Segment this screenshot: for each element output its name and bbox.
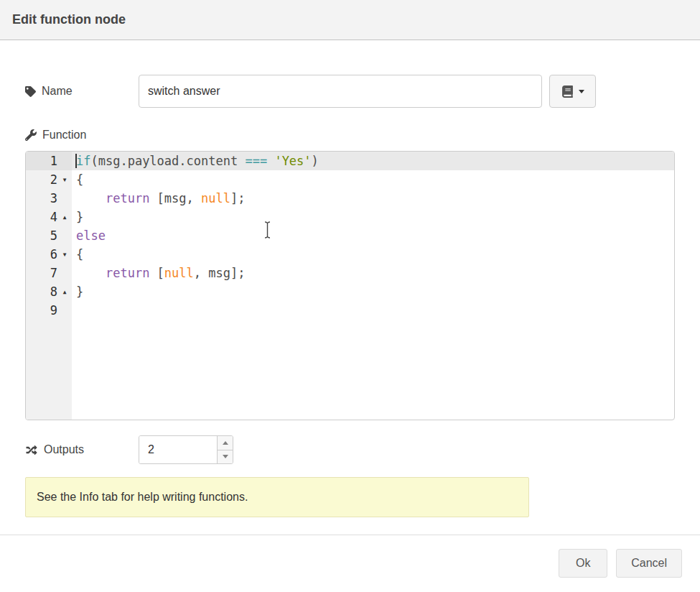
code-editor[interactable]: 12▾34▴56▾78▴9 if(msg.payload.content ===… bbox=[25, 151, 675, 420]
line-number: 2 bbox=[50, 170, 57, 189]
fold-open-icon[interactable]: ▾ bbox=[57, 170, 72, 189]
outputs-field-row: Outputs bbox=[25, 435, 675, 464]
text-caret bbox=[75, 154, 77, 168]
code-line[interactable]: { bbox=[72, 245, 674, 264]
code-line[interactable]: return [null, msg]; bbox=[72, 264, 674, 282]
code-token: else bbox=[76, 228, 106, 243]
code-token: === bbox=[245, 154, 267, 168]
gutter-line: 4▴ bbox=[26, 208, 72, 226]
function-label-row: Function bbox=[25, 128, 675, 142]
name-label-group: Name bbox=[25, 85, 139, 98]
code-token: [msg, bbox=[149, 191, 201, 205]
code-line[interactable]: return [msg, null]; bbox=[72, 189, 674, 208]
outputs-label: Outputs bbox=[44, 443, 84, 456]
cancel-button[interactable]: Cancel bbox=[616, 549, 682, 578]
gutter-line: 1 bbox=[26, 152, 72, 170]
code-token: { bbox=[76, 172, 83, 187]
code-token: { bbox=[76, 247, 83, 262]
code-token: } bbox=[76, 210, 83, 224]
dialog-header: Edit function node bbox=[0, 0, 700, 40]
triangle-up-icon bbox=[223, 441, 228, 445]
code-token: null bbox=[201, 191, 230, 205]
code-token bbox=[76, 191, 106, 205]
gutter-line: 8▴ bbox=[26, 282, 72, 301]
code-token: ]; bbox=[230, 191, 245, 205]
gutter-line: 6▾ bbox=[26, 245, 72, 264]
code-token: return bbox=[106, 191, 149, 205]
line-number: 7 bbox=[50, 264, 57, 282]
fold-close-icon[interactable]: ▴ bbox=[57, 208, 72, 226]
dialog-footer: Ok Cancel bbox=[0, 535, 700, 578]
line-number: 1 bbox=[50, 152, 57, 170]
code-token: ) bbox=[312, 154, 319, 168]
line-number: 9 bbox=[50, 301, 57, 320]
name-input[interactable] bbox=[139, 75, 542, 108]
dialog-title: Edit function node bbox=[12, 12, 126, 27]
fold-open-icon[interactable]: ▾ bbox=[57, 245, 72, 264]
code-token: (msg.payload.content bbox=[90, 154, 245, 168]
editor-gutter: 12▾34▴56▾78▴9 bbox=[26, 152, 72, 420]
code-token: } bbox=[76, 285, 83, 299]
code-line[interactable]: } bbox=[72, 208, 674, 226]
code-token: if bbox=[76, 154, 90, 168]
line-number: 5 bbox=[50, 226, 57, 245]
info-tip: See the Info tab for help writing functi… bbox=[25, 477, 529, 517]
ok-button[interactable]: Ok bbox=[559, 549, 607, 578]
code-token: , msg]; bbox=[194, 266, 246, 280]
name-field-row: Name bbox=[25, 75, 675, 108]
triangle-down-icon bbox=[223, 455, 228, 458]
line-number: 6 bbox=[50, 245, 57, 264]
code-line[interactable]: if(msg.payload.content === 'Yes') bbox=[72, 152, 674, 170]
outputs-label-group: Outputs bbox=[25, 443, 139, 456]
code-line[interactable]: } bbox=[72, 282, 674, 301]
gutter-line: 2▾ bbox=[26, 170, 72, 189]
code-token: 'Yes' bbox=[274, 154, 311, 168]
code-line[interactable]: { bbox=[72, 170, 674, 189]
book-icon bbox=[561, 85, 574, 98]
code-token: return bbox=[106, 266, 149, 280]
gutter-line: 7 bbox=[26, 264, 72, 282]
gutter-line: 9 bbox=[26, 301, 72, 320]
line-number: 4 bbox=[50, 208, 57, 226]
edit-function-node-dialog: Edit function node Name Function bbox=[0, 0, 700, 592]
fold-close-icon[interactable]: ▴ bbox=[57, 282, 72, 301]
wrench-icon bbox=[25, 129, 37, 141]
dialog-body: Name Function 12▾34▴56▾78▴9 if(msg.paylo… bbox=[0, 75, 700, 517]
code-line[interactable]: else bbox=[72, 226, 674, 245]
editor-code-area[interactable]: if(msg.payload.content === 'Yes'){ retur… bbox=[72, 152, 674, 420]
caret-down-icon bbox=[579, 90, 584, 93]
outputs-input[interactable] bbox=[139, 436, 217, 463]
code-token: [ bbox=[149, 266, 164, 280]
gutter-line: 5 bbox=[26, 226, 72, 245]
line-number: 3 bbox=[50, 189, 57, 208]
outputs-spinner bbox=[139, 435, 233, 464]
spinner-down-button[interactable] bbox=[218, 450, 233, 464]
shuffle-icon bbox=[25, 445, 38, 455]
spinner-up-button[interactable] bbox=[218, 436, 233, 450]
code-line[interactable] bbox=[72, 301, 674, 320]
name-label: Name bbox=[42, 85, 73, 98]
tag-icon bbox=[25, 86, 36, 97]
spinner-buttons bbox=[217, 436, 233, 463]
code-token: null bbox=[164, 266, 194, 280]
library-button[interactable] bbox=[549, 75, 596, 108]
gutter-line: 3 bbox=[26, 189, 72, 208]
line-number: 8 bbox=[50, 282, 57, 301]
code-token bbox=[267, 154, 274, 168]
function-label: Function bbox=[42, 129, 86, 142]
code-token bbox=[76, 266, 106, 280]
info-tip-text: See the Info tab for help writing functi… bbox=[37, 491, 248, 504]
